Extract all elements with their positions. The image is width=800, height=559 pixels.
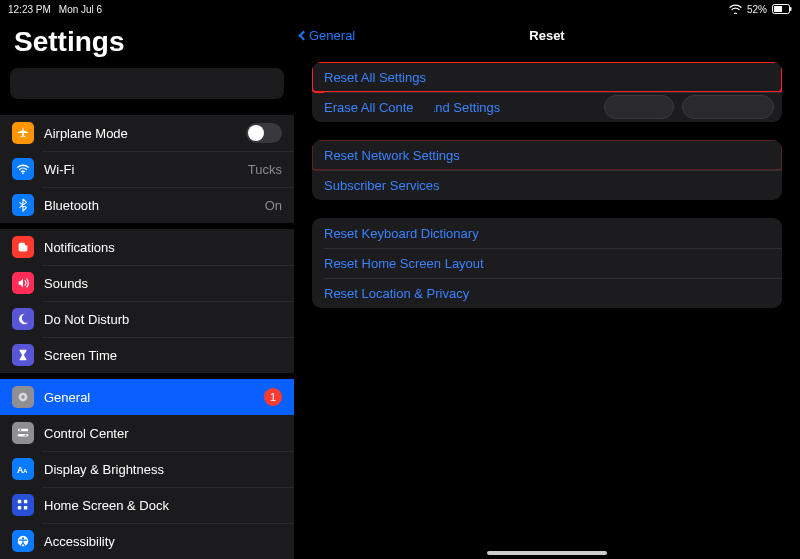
row-label: Reset All Settings bbox=[324, 70, 426, 85]
sidebar-item-label: Sounds bbox=[44, 276, 282, 291]
battery-icon bbox=[772, 4, 792, 14]
sidebar-item-label: Control Center bbox=[44, 426, 282, 441]
profile-card[interactable] bbox=[10, 68, 284, 99]
row-label: Reset Network Settings bbox=[324, 148, 460, 163]
sounds-icon bbox=[12, 272, 34, 294]
sidebar-item-value: On bbox=[265, 198, 282, 213]
svg-rect-15 bbox=[24, 500, 28, 504]
switches-icon bbox=[12, 422, 34, 444]
row-label: Reset Keyboard Dictionary bbox=[324, 226, 479, 241]
page-title: Settings bbox=[0, 18, 294, 68]
detail-body: Reset All Settings Erase All Content and… bbox=[294, 52, 800, 308]
status-date: Mon Jul 6 bbox=[59, 4, 102, 15]
sidebar-item-label: Bluetooth bbox=[44, 198, 255, 213]
reset-network-settings-row[interactable]: Reset Network Settings bbox=[312, 140, 782, 170]
sidebar-item-general[interactable]: General 1 bbox=[0, 379, 294, 415]
svg-point-3 bbox=[22, 172, 24, 174]
row-label: Subscriber Services bbox=[324, 178, 440, 193]
gear-icon bbox=[12, 386, 34, 408]
svg-text:A: A bbox=[23, 467, 28, 474]
sidebar-item-label: Notifications bbox=[44, 240, 282, 255]
sidebar-item-airplane-mode[interactable]: Airplane Mode bbox=[0, 115, 294, 151]
subscriber-services-row[interactable]: Subscriber Services bbox=[312, 170, 782, 200]
status-time: 12:23 PM bbox=[8, 4, 51, 15]
svg-rect-16 bbox=[18, 506, 22, 510]
sidebar-item-value: Tucks bbox=[248, 162, 282, 177]
sidebar-item-control-center[interactable]: Control Center bbox=[0, 415, 294, 451]
notifications-icon bbox=[12, 236, 34, 258]
reset-home-screen-layout-row[interactable]: Reset Home Screen Layout bbox=[312, 248, 782, 278]
sidebar-item-label: Wi-Fi bbox=[44, 162, 238, 177]
reset-group-3: Reset Keyboard Dictionary Reset Home Scr… bbox=[312, 218, 782, 308]
status-bar: 12:23 PM Mon Jul 6 52% bbox=[0, 0, 800, 18]
home-indicator[interactable] bbox=[487, 551, 607, 555]
bluetooth-icon bbox=[12, 194, 34, 216]
wifi-icon bbox=[729, 4, 742, 14]
back-button[interactable]: General bbox=[300, 18, 355, 52]
sidebar-item-wifi[interactable]: Wi-Fi Tucks bbox=[0, 151, 294, 187]
grid-icon bbox=[12, 494, 34, 516]
redaction-pill bbox=[604, 95, 774, 119]
hourglass-icon bbox=[12, 344, 34, 366]
accessibility-icon bbox=[12, 530, 34, 552]
sidebar-item-label: Home Screen & Dock bbox=[44, 498, 282, 513]
svg-point-7 bbox=[21, 395, 25, 399]
app-root: 12:23 PM Mon Jul 6 52% Settings Ai bbox=[0, 0, 800, 559]
svg-rect-1 bbox=[774, 6, 782, 12]
settings-sidebar: Settings Airplane Mode Wi-Fi Tucks bbox=[0, 18, 294, 559]
sidebar-item-bluetooth[interactable]: Bluetooth On bbox=[0, 187, 294, 223]
main-split: Settings Airplane Mode Wi-Fi Tucks bbox=[0, 18, 800, 559]
sidebar-item-label: Do Not Disturb bbox=[44, 312, 282, 327]
sidebar-group-system: General 1 Control Center AA Display & Br… bbox=[0, 373, 294, 559]
wifi-icon bbox=[12, 158, 34, 180]
svg-rect-17 bbox=[24, 506, 28, 510]
text-size-icon: AA bbox=[12, 458, 34, 480]
svg-rect-14 bbox=[18, 500, 22, 504]
sidebar-item-label: Airplane Mode bbox=[44, 126, 236, 141]
reset-location-privacy-row[interactable]: Reset Location & Privacy bbox=[312, 278, 782, 308]
chevron-left-icon bbox=[299, 30, 309, 40]
row-label: Erase All Content and Settings bbox=[324, 100, 500, 115]
sidebar-item-notifications[interactable]: Notifications bbox=[0, 229, 294, 265]
row-label: Reset Location & Privacy bbox=[324, 286, 469, 301]
reset-group-1: Reset All Settings Erase All Content and… bbox=[312, 62, 782, 122]
reset-keyboard-dictionary-row[interactable]: Reset Keyboard Dictionary bbox=[312, 218, 782, 248]
detail-pane: General Reset Reset All Settings Erase A… bbox=[294, 18, 800, 559]
sidebar-item-display-brightness[interactable]: AA Display & Brightness bbox=[0, 451, 294, 487]
airplane-icon bbox=[12, 122, 34, 144]
airplane-toggle[interactable] bbox=[246, 123, 282, 143]
sidebar-item-label: Accessibility bbox=[44, 534, 282, 549]
svg-point-19 bbox=[22, 537, 24, 539]
reset-group-2: Reset Network Settings Subscriber Servic… bbox=[312, 140, 782, 200]
battery-percent: 52% bbox=[747, 4, 767, 15]
sidebar-item-label: General bbox=[44, 390, 254, 405]
sidebar-item-label: Screen Time bbox=[44, 348, 282, 363]
svg-rect-2 bbox=[790, 7, 792, 11]
detail-header: General Reset bbox=[294, 18, 800, 52]
sidebar-item-home-screen-dock[interactable]: Home Screen & Dock bbox=[0, 487, 294, 523]
svg-point-10 bbox=[19, 429, 21, 431]
sidebar-item-sounds[interactable]: Sounds bbox=[0, 265, 294, 301]
redaction-pill bbox=[414, 98, 434, 116]
sidebar-group-alerts: Notifications Sounds Do Not Disturb bbox=[0, 223, 294, 373]
sidebar-item-label: Display & Brightness bbox=[44, 462, 282, 477]
sidebar-item-screen-time[interactable]: Screen Time bbox=[0, 337, 294, 373]
back-button-label: General bbox=[309, 28, 355, 43]
notification-badge: 1 bbox=[264, 388, 282, 406]
sidebar-group-connectivity: Airplane Mode Wi-Fi Tucks Bluetooth On bbox=[0, 109, 294, 223]
svg-point-11 bbox=[25, 434, 27, 436]
sidebar-item-do-not-disturb[interactable]: Do Not Disturb bbox=[0, 301, 294, 337]
sidebar-item-accessibility[interactable]: Accessibility bbox=[0, 523, 294, 559]
erase-all-content-row[interactable]: Erase All Content and Settings bbox=[312, 92, 782, 122]
detail-title: Reset bbox=[529, 28, 564, 43]
svg-point-5 bbox=[25, 242, 29, 246]
reset-all-settings-row[interactable]: Reset All Settings bbox=[312, 62, 782, 92]
moon-icon bbox=[12, 308, 34, 330]
row-label: Reset Home Screen Layout bbox=[324, 256, 484, 271]
